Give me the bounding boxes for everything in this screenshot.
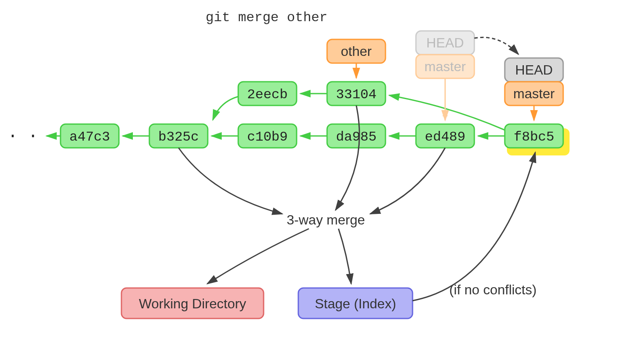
commit-33104-label: 33104 [336,87,377,102]
stage-box: Stage (Index) [298,288,413,318]
ref-head-old-label: HEAD [427,35,464,50]
ref-master: master [505,82,563,105]
ref-master-old-label: master [424,59,466,74]
commit-da985-label: da985 [336,129,377,145]
git-merge-diagram: git merge other · · · a47c3 b325c c10b9 … [0,0,644,360]
arrow-33104-merge [336,105,359,210]
ref-head-label: HEAD [515,62,553,78]
arrow-head-move [474,37,518,54]
commit-2eecb: 2eecb [238,82,297,105]
commit-2eecb-label: 2eecb [247,87,288,102]
merge-label: 3-way merge [287,212,365,227]
arrow-merge-workdir [207,229,309,284]
commit-b325c-label: b325c [158,129,199,145]
commit-f8bc5: f8bc5 [505,124,563,148]
ref-master-old: master [416,55,474,78]
working-directory-box: Working Directory [121,288,264,318]
diagram-title: git merge other [206,10,328,25]
arrow-2eecb-b325c [213,97,238,120]
commit-da985: da985 [327,124,385,148]
commit-a47c3-label: a47c3 [69,129,110,145]
working-directory-label: Working Directory [139,296,246,311]
ref-other-label: other [341,44,372,59]
arrow-stage-f8bc5 [413,152,535,301]
commit-c10b9: c10b9 [238,124,297,148]
ref-master-label: master [513,86,555,101]
arrow-merge-stage [339,229,351,284]
arrow-ed489-merge [370,148,445,214]
commit-33104: 33104 [327,82,385,105]
commit-ed489: ed489 [416,124,474,148]
arrow-b325c-merge [179,148,282,214]
ref-other: other [327,39,385,63]
commit-f8bc5-label: f8bc5 [514,129,554,145]
stage-label: Stage (Index) [315,296,396,311]
commit-ed489-label: ed489 [425,129,465,145]
ref-head: HEAD [505,58,563,82]
x-mark-icon: × [442,107,449,120]
conflict-note: (if no conflicts) [449,282,537,297]
commit-c10b9-label: c10b9 [247,129,288,145]
ref-head-old: HEAD [416,31,474,55]
commit-a47c3: a47c3 [61,124,119,148]
commit-b325c: b325c [149,124,208,148]
